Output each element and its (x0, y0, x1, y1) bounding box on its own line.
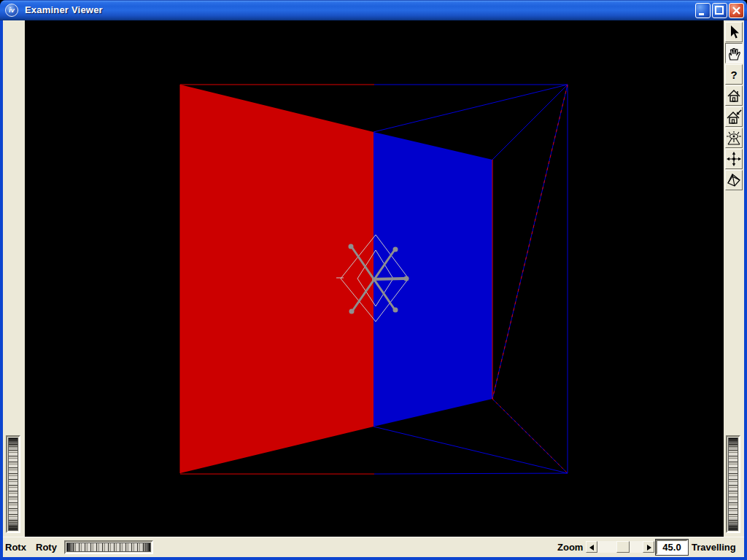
app-icon: iv (5, 4, 18, 17)
minimize-button[interactable] (695, 3, 711, 18)
roty-thumbwheel[interactable] (64, 540, 153, 554)
thumbwheel-ridges (728, 438, 738, 531)
set-home-icon (726, 109, 742, 125)
window-border-bottom (0, 557, 747, 560)
dolly-thumbwheel[interactable] (726, 435, 740, 533)
mode-label: Travelling (692, 542, 736, 553)
view-all-button[interactable] (725, 128, 743, 148)
close-icon (729, 4, 743, 18)
zoom-slider-thumb[interactable] (616, 541, 630, 553)
maximize-icon (713, 4, 727, 18)
window-border-right (744, 20, 747, 560)
zoom-slider-right-arrow[interactable] (643, 541, 654, 553)
pan-hand-icon (726, 44, 742, 62)
view-all-icon (726, 130, 742, 146)
roty-label: Roty (36, 542, 57, 553)
right-toolbar: ? (724, 20, 744, 537)
pan-hand-button[interactable] (725, 43, 743, 63)
scene-canvas (25, 20, 724, 537)
help-button[interactable]: ? (725, 64, 743, 85)
home-button[interactable] (725, 85, 743, 106)
zoom-label: Zoom (557, 542, 583, 553)
left-arrow-icon (589, 545, 594, 551)
thumbwheel-ridges (66, 542, 151, 552)
help-icon: ? (730, 69, 737, 81)
seek-button[interactable] (725, 149, 743, 169)
camera-type-icon (726, 172, 742, 188)
bottom-bar: Rotx Roty Zoom Travelling (3, 537, 744, 557)
seek-icon (726, 151, 742, 167)
right-arrow-icon (647, 545, 651, 551)
thumbwheel-ridges (8, 438, 18, 531)
zoom-slider-left-arrow[interactable] (586, 541, 597, 553)
zoom-value-field[interactable] (656, 540, 688, 555)
window-title: Examiner Viewer (25, 4, 103, 15)
set-home-button[interactable] (725, 106, 743, 127)
select-arrow-button[interactable] (725, 22, 743, 42)
home-icon (726, 88, 742, 104)
left-thumbwheel[interactable] (6, 435, 20, 533)
titlebar[interactable]: iv Examiner Viewer (0, 0, 747, 20)
minimize-icon (696, 4, 710, 18)
select-arrow-icon (727, 24, 741, 40)
examiner-viewer-window: iv Examiner Viewer (0, 0, 747, 560)
camera-type-button[interactable] (725, 170, 743, 190)
close-button[interactable] (729, 3, 744, 18)
left-panel (3, 20, 25, 537)
rotx-label: Rotx (5, 542, 26, 553)
maximize-button[interactable] (712, 3, 727, 18)
render-viewport[interactable] (25, 20, 724, 537)
